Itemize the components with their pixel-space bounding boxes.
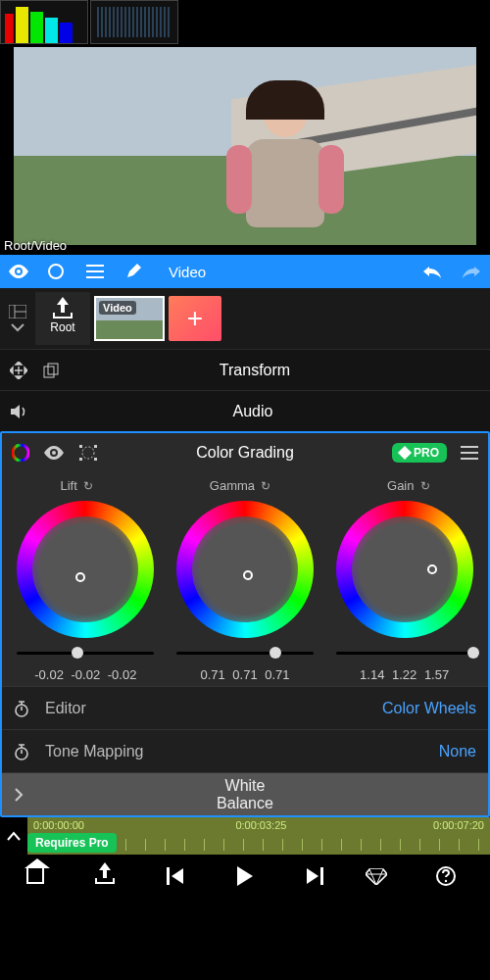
step-back-button[interactable] bbox=[156, 867, 195, 885]
home-button[interactable] bbox=[16, 868, 55, 884]
layout-icon[interactable] bbox=[9, 305, 26, 318]
play-button[interactable] bbox=[225, 866, 265, 886]
lift-wheel-group: -0.02 -0.02 -0.02 bbox=[12, 501, 159, 682]
stopwatch-icon[interactable] bbox=[14, 743, 31, 760]
tonemapping-key: Tone Mapping bbox=[45, 743, 425, 760]
panel-menu-icon[interactable] bbox=[461, 446, 478, 460]
gain-wheel-group: 1.14 1.22 1.57 bbox=[331, 501, 478, 682]
help-button[interactable] bbox=[435, 865, 474, 887]
visibility-icon[interactable] bbox=[8, 265, 29, 278]
video-preview[interactable] bbox=[14, 47, 476, 245]
export-button[interactable] bbox=[85, 868, 124, 884]
waveform-scope[interactable] bbox=[90, 0, 178, 44]
diamond-icon bbox=[398, 446, 412, 460]
gain-label[interactable]: Gain↻ bbox=[387, 478, 429, 493]
step-forward-icon bbox=[295, 867, 334, 885]
gain-wheel-dot[interactable] bbox=[427, 564, 437, 574]
mask-icon[interactable] bbox=[78, 444, 98, 462]
gain-luma-slider[interactable] bbox=[336, 644, 473, 662]
timeline: 0:00:00:00 0:00:03:25 0:00:07:20 Require… bbox=[0, 817, 490, 855]
lift-luma-slider[interactable] bbox=[17, 644, 154, 662]
move-icon bbox=[10, 362, 29, 379]
gamma-luma-slider[interactable] bbox=[176, 644, 314, 662]
gamma-wheel-dot[interactable] bbox=[243, 570, 253, 580]
transform-row[interactable]: Transform bbox=[0, 349, 490, 390]
add-clip-button[interactable]: + bbox=[169, 296, 221, 341]
step-forward-button[interactable] bbox=[295, 867, 334, 885]
audio-label: Audio bbox=[73, 403, 433, 420]
gamma-color-wheel[interactable] bbox=[176, 501, 314, 638]
visibility-icon[interactable] bbox=[43, 446, 65, 460]
lift-color-wheel[interactable] bbox=[17, 501, 154, 638]
lift-wheel-dot[interactable] bbox=[75, 572, 85, 582]
preview-area: Root/Video bbox=[0, 0, 490, 255]
panel-title: Color Grading bbox=[112, 444, 378, 462]
requires-pro-badge[interactable]: Requires Pro bbox=[27, 833, 117, 853]
chevron-down-icon[interactable] bbox=[11, 322, 24, 332]
breadcrumb: Root/Video bbox=[4, 238, 67, 253]
play-icon bbox=[237, 866, 253, 886]
pro-badge[interactable]: PRO bbox=[392, 443, 447, 463]
context-toolbar: Video bbox=[0, 255, 490, 288]
clip-row: Root Video + bbox=[0, 288, 490, 349]
svg-rect-10 bbox=[79, 458, 82, 461]
lift-label[interactable]: Lift↻ bbox=[60, 478, 92, 493]
record-icon[interactable] bbox=[47, 263, 69, 280]
gamma-label[interactable]: Gamma↻ bbox=[210, 478, 270, 493]
white-balance-label: White Balance bbox=[217, 777, 273, 812]
timecode-start: 0:00:00:00 bbox=[33, 819, 84, 831]
svg-point-0 bbox=[17, 270, 21, 273]
help-icon bbox=[435, 865, 457, 887]
diamond-icon bbox=[366, 867, 387, 885]
gamma-values: 0.71 0.71 0.71 bbox=[200, 667, 289, 682]
transform-label: Transform bbox=[76, 362, 433, 379]
timeline-expand-button[interactable] bbox=[0, 817, 27, 855]
home-icon bbox=[26, 868, 44, 884]
tonemapping-value[interactable]: None bbox=[439, 743, 476, 760]
svg-point-6 bbox=[52, 451, 56, 455]
context-title: Video bbox=[169, 264, 206, 280]
transport-bar bbox=[0, 855, 490, 898]
stopwatch-icon[interactable] bbox=[14, 700, 31, 717]
svg-rect-3 bbox=[44, 367, 54, 377]
chevron-right-icon bbox=[14, 788, 31, 802]
root-label: Root bbox=[50, 320, 74, 334]
gain-color-wheel[interactable] bbox=[336, 501, 473, 638]
color-grading-panel: Color Grading PRO Lift↻ Gamma↻ Gain↻ -0.… bbox=[0, 431, 490, 817]
refresh-icon[interactable]: ↻ bbox=[83, 479, 93, 493]
menu-icon[interactable] bbox=[86, 265, 108, 278]
copy-icon bbox=[43, 363, 63, 378]
svg-point-7 bbox=[82, 447, 94, 459]
speaker-icon bbox=[10, 404, 29, 419]
upload-icon bbox=[95, 868, 115, 884]
clip-badge: Video bbox=[99, 301, 136, 315]
timecode-mid: 0:00:03:25 bbox=[235, 819, 286, 831]
gamma-wheel-group: 0.71 0.71 0.71 bbox=[172, 501, 318, 682]
svg-point-1 bbox=[49, 265, 63, 278]
undo-icon[interactable] bbox=[421, 265, 443, 278]
timecode-end: 0:00:07:20 bbox=[433, 819, 484, 831]
svg-rect-4 bbox=[48, 364, 58, 374]
clip-thumbnail-video[interactable]: Video bbox=[94, 296, 165, 341]
editor-value[interactable]: Color Wheels bbox=[382, 700, 476, 717]
svg-rect-9 bbox=[94, 445, 97, 448]
root-button[interactable]: Root bbox=[35, 292, 90, 345]
audio-row[interactable]: Audio bbox=[0, 390, 490, 431]
pro-button[interactable] bbox=[366, 867, 405, 885]
white-balance-row[interactable]: White Balance bbox=[2, 772, 488, 815]
tonemapping-row[interactable]: Tone Mapping None bbox=[2, 729, 488, 772]
step-back-icon bbox=[156, 867, 195, 885]
editor-row[interactable]: Editor Color Wheels bbox=[2, 686, 488, 729]
svg-rect-8 bbox=[79, 445, 82, 448]
svg-point-15 bbox=[445, 880, 447, 882]
refresh-icon[interactable]: ↻ bbox=[261, 479, 270, 493]
redo-icon[interactable] bbox=[461, 265, 482, 278]
svg-rect-11 bbox=[94, 458, 97, 461]
editor-key: Editor bbox=[45, 700, 368, 717]
edit-icon[interactable] bbox=[125, 264, 147, 279]
refresh-icon[interactable]: ↻ bbox=[420, 479, 430, 493]
gain-values: 1.14 1.22 1.57 bbox=[360, 667, 449, 682]
histogram-scope[interactable] bbox=[0, 0, 88, 44]
up-arrow-icon bbox=[53, 303, 73, 318]
color-icon[interactable] bbox=[12, 444, 29, 462]
